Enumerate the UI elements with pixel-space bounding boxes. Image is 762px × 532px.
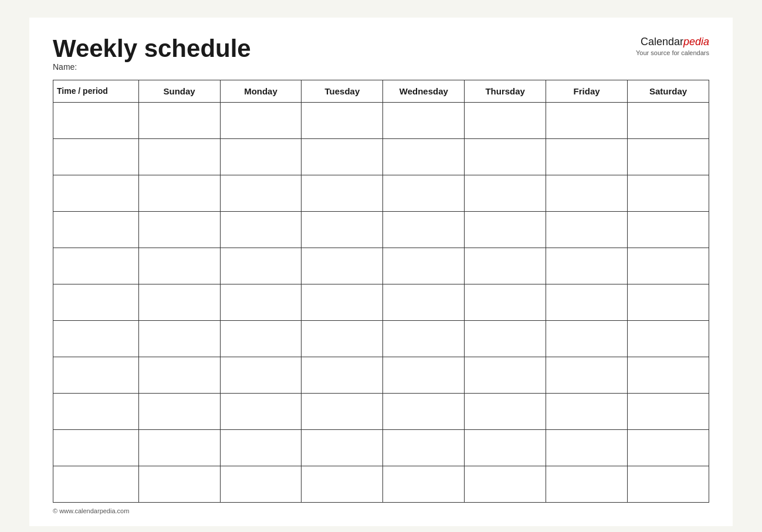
time-cell[interactable]	[53, 321, 139, 357]
schedule-cell[interactable]	[383, 139, 465, 175]
schedule-cell[interactable]	[302, 248, 383, 284]
schedule-cell[interactable]	[302, 466, 383, 503]
page-container: Weekly schedule Name: Calendarpedia Your…	[29, 18, 733, 526]
schedule-cell[interactable]	[383, 212, 465, 248]
schedule-cell[interactable]	[465, 248, 546, 284]
time-cell[interactable]	[53, 175, 139, 212]
schedule-cell[interactable]	[628, 248, 709, 284]
time-cell[interactable]	[53, 212, 139, 248]
schedule-cell[interactable]	[220, 357, 302, 394]
schedule-cell[interactable]	[138, 430, 220, 466]
header-sunday: Sunday	[138, 80, 220, 103]
schedule-cell[interactable]	[465, 175, 546, 212]
schedule-cell[interactable]	[465, 212, 546, 248]
schedule-cell[interactable]	[546, 284, 628, 321]
schedule-cell[interactable]	[302, 284, 383, 321]
schedule-cell[interactable]	[220, 103, 302, 139]
logo-calendar-part: Calendar	[641, 36, 683, 48]
schedule-cell[interactable]	[383, 175, 465, 212]
schedule-cell[interactable]	[383, 248, 465, 284]
schedule-cell[interactable]	[546, 212, 628, 248]
schedule-cell[interactable]	[628, 175, 709, 212]
schedule-cell[interactable]	[220, 466, 302, 503]
table-row	[53, 466, 709, 503]
schedule-cell[interactable]	[465, 284, 546, 321]
schedule-cell[interactable]	[383, 284, 465, 321]
schedule-cell[interactable]	[383, 466, 465, 503]
schedule-cell[interactable]	[546, 321, 628, 357]
time-cell[interactable]	[53, 248, 139, 284]
schedule-cell[interactable]	[220, 248, 302, 284]
schedule-cell[interactable]	[465, 357, 546, 394]
schedule-cell[interactable]	[302, 103, 383, 139]
schedule-cell[interactable]	[220, 139, 302, 175]
schedule-cell[interactable]	[628, 139, 709, 175]
schedule-cell[interactable]	[302, 212, 383, 248]
schedule-cell[interactable]	[546, 103, 628, 139]
table-row	[53, 175, 709, 212]
schedule-cell[interactable]	[302, 430, 383, 466]
schedule-cell[interactable]	[220, 212, 302, 248]
schedule-cell[interactable]	[628, 394, 709, 430]
schedule-cell[interactable]	[383, 357, 465, 394]
schedule-cell[interactable]	[138, 357, 220, 394]
schedule-cell[interactable]	[138, 103, 220, 139]
schedule-cell[interactable]	[465, 430, 546, 466]
schedule-cell[interactable]	[138, 175, 220, 212]
schedule-cell[interactable]	[546, 430, 628, 466]
schedule-cell[interactable]	[138, 284, 220, 321]
schedule-cell[interactable]	[465, 103, 546, 139]
time-cell[interactable]	[53, 430, 139, 466]
schedule-cell[interactable]	[383, 394, 465, 430]
schedule-cell[interactable]	[628, 430, 709, 466]
schedule-cell[interactable]	[138, 139, 220, 175]
schedule-cell[interactable]	[465, 394, 546, 430]
schedule-cell[interactable]	[628, 357, 709, 394]
header-time: Time / period	[53, 80, 139, 103]
schedule-cell[interactable]	[546, 248, 628, 284]
table-row	[53, 357, 709, 394]
schedule-cell[interactable]	[302, 321, 383, 357]
name-label: Name:	[53, 62, 251, 72]
schedule-cell[interactable]	[383, 430, 465, 466]
schedule-cell[interactable]	[628, 321, 709, 357]
schedule-cell[interactable]	[138, 212, 220, 248]
time-cell[interactable]	[53, 394, 139, 430]
logo-pedia-part: pedia	[683, 36, 709, 48]
schedule-cell[interactable]	[302, 139, 383, 175]
schedule-cell[interactable]	[138, 466, 220, 503]
schedule-cell[interactable]	[302, 357, 383, 394]
schedule-cell[interactable]	[465, 466, 546, 503]
schedule-cell[interactable]	[138, 248, 220, 284]
schedule-cell[interactable]	[628, 103, 709, 139]
schedule-cell[interactable]	[302, 394, 383, 430]
table-row	[53, 139, 709, 175]
time-cell[interactable]	[53, 103, 139, 139]
schedule-cell[interactable]	[220, 321, 302, 357]
time-cell[interactable]	[53, 284, 139, 321]
schedule-cell[interactable]	[628, 212, 709, 248]
schedule-cell[interactable]	[628, 466, 709, 503]
schedule-cell[interactable]	[302, 175, 383, 212]
schedule-cell[interactable]	[546, 466, 628, 503]
time-cell[interactable]	[53, 139, 139, 175]
schedule-cell[interactable]	[220, 175, 302, 212]
schedule-cell[interactable]	[628, 284, 709, 321]
schedule-cell[interactable]	[546, 394, 628, 430]
schedule-cell[interactable]	[465, 321, 546, 357]
schedule-cell[interactable]	[220, 430, 302, 466]
schedule-cell[interactable]	[220, 394, 302, 430]
schedule-cell[interactable]	[546, 357, 628, 394]
schedule-cell[interactable]	[138, 321, 220, 357]
schedule-cell[interactable]	[220, 284, 302, 321]
schedule-cell[interactable]	[383, 103, 465, 139]
schedule-cell[interactable]	[138, 394, 220, 430]
header-saturday: Saturday	[628, 80, 709, 103]
logo-block: Calendarpedia Your source for calendars	[636, 35, 709, 57]
schedule-cell[interactable]	[546, 139, 628, 175]
time-cell[interactable]	[53, 357, 139, 394]
schedule-cell[interactable]	[546, 175, 628, 212]
schedule-cell[interactable]	[465, 139, 546, 175]
schedule-cell[interactable]	[383, 321, 465, 357]
time-cell[interactable]	[53, 466, 139, 503]
